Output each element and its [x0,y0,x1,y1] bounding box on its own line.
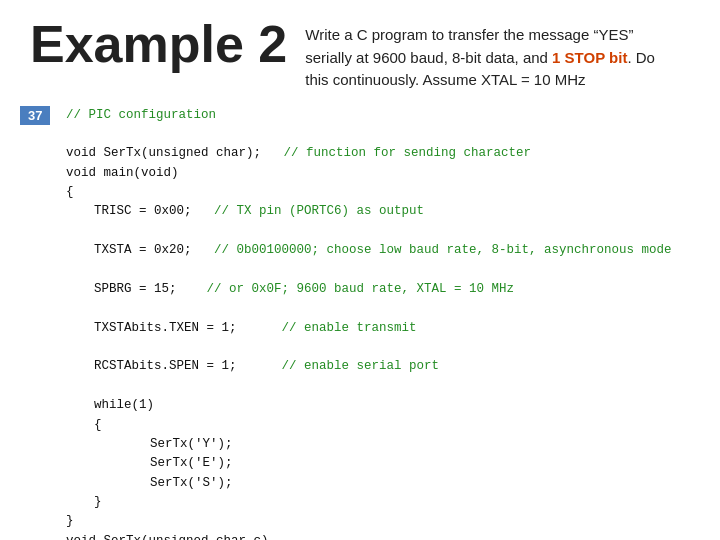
code-line [66,338,700,357]
code-comment-inline: // TX pin (PORTC6) as output [192,204,425,218]
code-text: } [94,495,102,509]
code-line [66,377,700,396]
desc-highlight: 1 STOP bit [552,49,627,66]
code-line: while(1) [66,396,700,415]
code-text: while(1) [94,398,154,412]
code-text: { [66,185,74,199]
code-comment-inline: // function for sending character [261,146,531,160]
code-comment-inline: // 0b00100000; choose low baud rate, 8-b… [192,243,672,257]
code-text: void main(void) [66,166,179,180]
code-line [66,299,700,318]
code-line: TRISC = 0x00; // TX pin (PORTC6) as outp… [66,202,700,221]
code-line: TXSTA = 0x20; // 0b00100000; choose low … [66,241,700,260]
code-line: void SerTx(unsigned char c) [66,532,700,540]
code-line: void main(void) [66,164,700,183]
code-text: RCSTAbits.SPEN = 1; [94,359,237,373]
code-text: } [66,514,74,528]
code-line: RCSTAbits.SPEN = 1; // enable serial por… [66,357,700,376]
code-text: // PIC configuration [66,108,216,122]
code-line: SPBRG = 15; // or 0x0F; 9600 baud rate, … [66,280,700,299]
code-line [66,261,700,280]
code-text: TXSTA = 0x20; [94,243,192,257]
header: Example 2 Write a C program to transfer … [0,0,720,106]
code-comment-inline: // enable transmit [237,321,417,335]
code-text: SPBRG = 15; [94,282,177,296]
slide-number-badge: 37 [20,106,50,125]
code-text: SerTx('Y'); [150,437,233,451]
code-block: // PIC configuration void SerTx(unsigned… [58,106,700,541]
desc-line2-before: serially at 9600 baud, 8-bit data, and [305,49,552,66]
code-line: TXSTAbits.TXEN = 1; // enable transmit [66,319,700,338]
code-text: { [94,418,102,432]
code-text: TXSTAbits.TXEN = 1; [94,321,237,335]
code-line: SerTx('E'); [66,454,700,473]
code-text: void SerTx(unsigned char); [66,146,261,160]
code-line: } [66,512,700,531]
code-line: SerTx('S'); [66,474,700,493]
code-line: void SerTx(unsigned char); // function f… [66,144,700,163]
code-line [66,125,700,144]
code-text: SerTx('E'); [150,456,233,470]
header-description: Write a C program to transfer the messag… [305,18,655,92]
code-comment-inline: // enable serial port [237,359,440,373]
example-title: Example 2 [30,18,287,70]
code-line: // PIC configuration [66,106,700,125]
desc-line1: Write a C program to transfer the messag… [305,26,633,43]
code-comment-inline: // or 0x0F; 9600 baud rate, XTAL = 10 MH… [177,282,515,296]
desc-line3: this continuously. Assume XTAL = 10 MHz [305,71,585,88]
code-text: SerTx('S'); [150,476,233,490]
code-line [66,222,700,241]
code-line: { [66,416,700,435]
code-line: } [66,493,700,512]
code-text: void SerTx(unsigned char c) [66,534,269,540]
slide-number-col: 37 [20,106,58,541]
code-line: SerTx('Y'); [66,435,700,454]
content-area: 37 // PIC configuration void SerTx(unsig… [0,106,720,541]
code-line: { [66,183,700,202]
desc-line2-after: . Do [627,49,655,66]
code-text: TRISC = 0x00; [94,204,192,218]
